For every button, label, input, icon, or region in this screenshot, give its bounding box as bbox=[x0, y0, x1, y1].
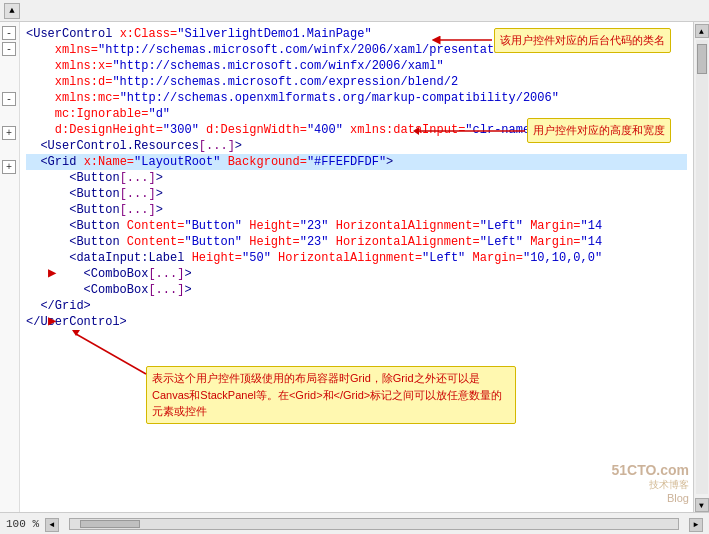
annotation-grid-arrow bbox=[66, 326, 156, 376]
gutter-collapse-1[interactable]: - bbox=[2, 26, 16, 40]
horizontal-scrollbar[interactable] bbox=[69, 518, 679, 530]
gutter-collapse-2[interactable]: - bbox=[2, 42, 16, 56]
top-toolbar: ▲ bbox=[0, 0, 709, 22]
annotation-dimensions: 用户控件对应的高度和宽度 bbox=[527, 118, 671, 143]
left-arrow-1: ▶ bbox=[48, 264, 56, 281]
scroll-up-button[interactable]: ▲ bbox=[695, 24, 709, 38]
main-layout: - - - + + <UserControl x:Class="Silverli… bbox=[0, 22, 709, 512]
svg-line-3 bbox=[76, 334, 146, 374]
code-line-17: <ComboBox[...]> bbox=[26, 282, 687, 298]
watermark-sub: 技术博客 bbox=[611, 478, 689, 492]
left-arrow-2: ▶ bbox=[48, 312, 56, 329]
annotation-classname: 该用户控件对应的后台代码的类名 bbox=[494, 28, 671, 53]
code-line-9: <Grid x:Name="LayoutRoot" Background="#F… bbox=[26, 154, 687, 170]
scroll-down-button[interactable]: ▼ bbox=[695, 498, 709, 512]
horizontal-scroll-thumb[interactable] bbox=[80, 520, 140, 528]
gutter-collapse-3[interactable]: - bbox=[2, 92, 16, 106]
zoom-label: 100 % bbox=[6, 518, 39, 530]
code-container: <UserControl x:Class="SilverlightDemo1.M… bbox=[26, 26, 687, 330]
annotation-grid: 表示这个用户控件顶级使用的布局容器时Grid，除Grid之外还可以是Canvas… bbox=[146, 366, 516, 424]
code-line-12: <Button[...]> bbox=[26, 202, 687, 218]
code-line-10: <Button[...]> bbox=[26, 170, 687, 186]
right-scrollbar[interactable]: ▲ ▼ bbox=[693, 22, 709, 512]
watermark-site: 51CTO.com bbox=[611, 462, 689, 478]
code-line-14: <Button Content="Button" Height="23" Hor… bbox=[26, 234, 687, 250]
code-line-5: xmlns:mc="http://schemas.openxmlformats.… bbox=[26, 90, 687, 106]
scroll-up-btn[interactable]: ▲ bbox=[4, 3, 20, 19]
gutter-expand-2[interactable]: + bbox=[2, 160, 16, 174]
annotation-dimensions-arrow bbox=[417, 125, 527, 137]
annotation-classname-text: 该用户控件对应的后台代码的类名 bbox=[494, 28, 671, 53]
scroll-right-button[interactable]: ► bbox=[689, 518, 703, 532]
code-area[interactable]: <UserControl x:Class="SilverlightDemo1.M… bbox=[20, 22, 693, 512]
code-line-13: <Button Content="Button" Height="23" Hor… bbox=[26, 218, 687, 234]
watermark: 51CTO.com 技术博客 Blog bbox=[611, 462, 689, 504]
code-line-16: <ComboBox[...]> bbox=[26, 266, 687, 282]
left-gutter: - - - + + bbox=[0, 22, 20, 512]
scroll-left-button[interactable]: ◄ bbox=[45, 518, 59, 532]
scroll-thumb-v[interactable] bbox=[697, 44, 707, 74]
code-line-4: xmlns:d="http://schemas.microsoft.com/ex… bbox=[26, 74, 687, 90]
annotation-grid-text: 表示这个用户控件顶级使用的布局容器时Grid，除Grid之外还可以是Canvas… bbox=[146, 366, 516, 424]
bottom-bar: 100 % ◄ ► bbox=[0, 512, 709, 534]
code-line-18: </Grid> bbox=[26, 298, 687, 314]
gutter-expand-1[interactable]: + bbox=[2, 126, 16, 140]
annotation-dimensions-text: 用户控件对应的高度和宽度 bbox=[527, 118, 671, 143]
annotation-classname-arrow bbox=[434, 34, 494, 46]
code-line-3: xmlns:x="http://schemas.microsoft.com/wi… bbox=[26, 58, 687, 74]
code-line-15: <dataInput:Label Height="50" HorizontalA… bbox=[26, 250, 687, 266]
watermark-blog: Blog bbox=[611, 492, 689, 504]
code-line-11: <Button[...]> bbox=[26, 186, 687, 202]
